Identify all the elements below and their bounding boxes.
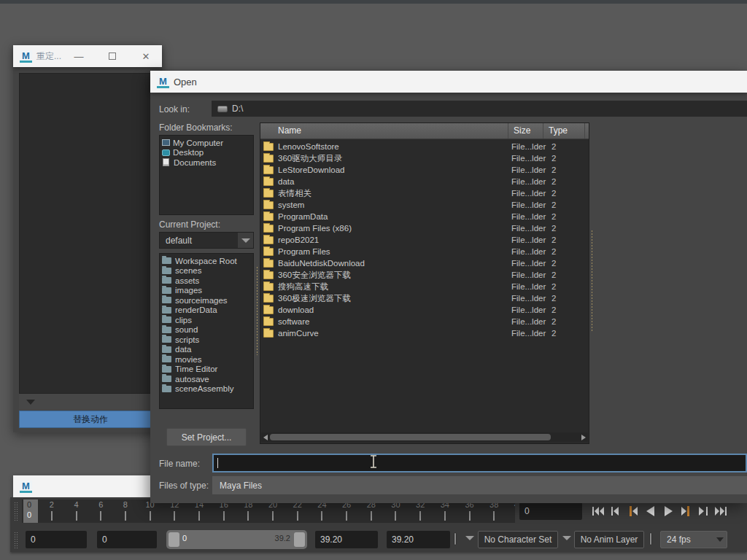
project-folder-item[interactable]: Workspace Root — [160, 256, 253, 266]
step-back-frame-icon[interactable] — [607, 502, 624, 521]
close-icon[interactable]: ✕ — [139, 45, 153, 67]
range-slider[interactable]: 0 39.2 — [166, 530, 307, 549]
look-in-dropdown[interactable]: D:\ — [212, 101, 747, 117]
project-folder-item[interactable]: sourceimages — [160, 295, 253, 306]
scroll-left-icon[interactable] — [263, 435, 268, 440]
folder-icon — [263, 178, 274, 186]
chevron-down-icon[interactable] — [713, 532, 727, 548]
drag-handle-icon[interactable] — [14, 502, 18, 521]
replace-action-button[interactable]: 替换动作 — [19, 411, 162, 428]
project-folder-item[interactable]: images — [160, 286, 253, 296]
table-row[interactable]: LenovoSoftstore File...lder 2 — [260, 141, 589, 152]
scroll-right-icon[interactable] — [581, 435, 586, 440]
folder-icon — [263, 295, 274, 303]
range-slider-right-handle[interactable] — [294, 532, 305, 547]
animation-start-field[interactable]: 0 — [26, 531, 87, 548]
drag-handle-icon[interactable] — [14, 532, 18, 549]
folder-icon — [263, 306, 274, 314]
horizontal-scrollbar[interactable] — [261, 432, 588, 442]
file-rows: LenovoSoftstore File...lder 2 360驱动大师目录 … — [260, 141, 589, 339]
table-row[interactable]: 搜狗高速下载 File...lder 2 — [260, 281, 589, 292]
open-dialog-titlebar[interactable]: M Open — [150, 71, 747, 93]
file-list-panel: Name Size Type LenovoSoftstore File...ld… — [260, 122, 589, 444]
set-project-button[interactable]: Set Project... — [166, 428, 247, 446]
desktop-icon — [162, 149, 170, 156]
file-name-input[interactable] — [212, 454, 747, 472]
folder-icon — [263, 143, 274, 151]
play-backwards-icon[interactable] — [642, 502, 659, 521]
project-folder-item[interactable]: clips — [160, 315, 253, 325]
project-folder-item[interactable]: assets — [160, 276, 253, 286]
project-folder-item[interactable]: Time Editor — [160, 365, 253, 375]
anim-layer-box[interactable]: No Anim Layer — [574, 531, 644, 548]
timeline-tick: 6 — [88, 499, 113, 523]
project-folder-item[interactable]: autosave — [160, 374, 253, 384]
table-row[interactable]: LeStoreDownload File...lder 2 — [260, 164, 589, 176]
playback-start-field[interactable]: 0 — [97, 531, 157, 548]
table-row[interactable]: 360极速浏览器下载 File...lder 2 — [260, 292, 589, 304]
project-folder-item[interactable]: movies — [160, 354, 253, 365]
table-row[interactable]: 表情相关 File...lder 2 — [260, 187, 589, 199]
table-row[interactable]: BaiduNetdiskDownload File...lder 2 — [260, 257, 589, 269]
table-row[interactable]: animCurve File...lder 2 — [260, 327, 589, 339]
character-set-box[interactable]: No Character Set — [478, 531, 558, 548]
files-of-type-dropdown[interactable]: Maya Files — [212, 476, 747, 494]
animation-end-field[interactable]: 39.20 — [387, 531, 450, 548]
chevron-down-icon[interactable] — [238, 233, 253, 248]
character-set-menu-icon[interactable] — [465, 536, 474, 540]
column-header-size[interactable]: Size — [508, 123, 543, 139]
table-row[interactable]: system File...lder 2 — [260, 199, 589, 211]
table-row[interactable]: ProgramData File...lder 2 — [260, 211, 589, 222]
step-back-key-icon[interactable] — [624, 502, 642, 521]
table-row[interactable]: 360安全浏览器下载 File...lder 2 — [260, 269, 589, 281]
ibeam-cursor-icon — [369, 454, 378, 472]
project-folder-item[interactable]: scripts — [160, 335, 253, 345]
expander-row[interactable] — [19, 394, 162, 410]
range-slider-left-handle[interactable] — [169, 532, 179, 547]
play-forward-icon[interactable] — [659, 502, 677, 521]
current-time-field[interactable]: 0 — [519, 502, 582, 520]
project-folder-item[interactable]: data — [160, 345, 253, 355]
go-to-start-icon[interactable] — [589, 502, 607, 521]
folder-icon — [263, 236, 274, 244]
drive-icon — [217, 106, 228, 112]
table-row[interactable]: Program Files (x86) File...lder 2 — [260, 222, 589, 234]
folder-icon — [162, 386, 171, 392]
table-row[interactable]: 360驱动大师目录 File...lder 2 — [260, 152, 589, 164]
bookmark-my-computer[interactable]: My Computer — [160, 138, 253, 148]
bookmark-desktop[interactable]: Desktop — [160, 148, 253, 158]
files-of-type-label: Files of type: — [159, 481, 209, 491]
anim-layer-menu-icon[interactable] — [562, 536, 571, 540]
project-folder-item[interactable]: renderData — [160, 306, 253, 316]
current-frame-indicator[interactable]: 0 0 — [23, 499, 38, 523]
retarget-titlebar[interactable]: M 重定... — ✕ — [13, 45, 162, 67]
scrollbar-thumb[interactable] — [270, 434, 551, 440]
current-project-dropdown[interactable]: default — [159, 232, 254, 249]
splitter-handle[interactable] — [256, 266, 258, 355]
table-row[interactable]: software File...lder 2 — [260, 316, 589, 327]
go-to-end-icon[interactable] — [712, 502, 729, 521]
step-forward-key-icon[interactable] — [677, 502, 694, 521]
project-folder-item[interactable]: scenes — [160, 266, 253, 276]
column-header-modified[interactable] — [585, 123, 589, 139]
folder-icon — [263, 166, 274, 174]
step-forward-frame-icon[interactable] — [694, 502, 712, 521]
column-header-type[interactable]: Type — [543, 123, 585, 139]
table-row[interactable]: Program Files File...lder 2 — [260, 246, 589, 257]
playback-end-field[interactable]: 39.20 — [315, 531, 378, 548]
column-header-name[interactable]: Name — [260, 123, 508, 139]
bookmark-documents[interactable]: Documents — [160, 158, 253, 168]
splitter-handle[interactable] — [591, 230, 593, 332]
playback-controls — [589, 502, 735, 521]
fps-dropdown[interactable]: 24 fps — [660, 531, 727, 548]
folder-icon — [162, 287, 171, 294]
main-window-titlebar[interactable]: M — [13, 475, 152, 497]
maximize-icon[interactable] — [105, 45, 120, 67]
project-folder-item[interactable]: sound — [160, 325, 253, 335]
project-folder-item[interactable]: sceneAssembly — [160, 384, 253, 394]
minimize-icon[interactable]: — — [71, 45, 86, 67]
look-in-label: Look in: — [159, 104, 190, 114]
table-row[interactable]: repoB2021 File...lder 2 — [260, 234, 589, 246]
table-row[interactable]: download File...lder 2 — [260, 304, 589, 316]
table-row[interactable]: data File...lder 2 — [260, 176, 589, 187]
